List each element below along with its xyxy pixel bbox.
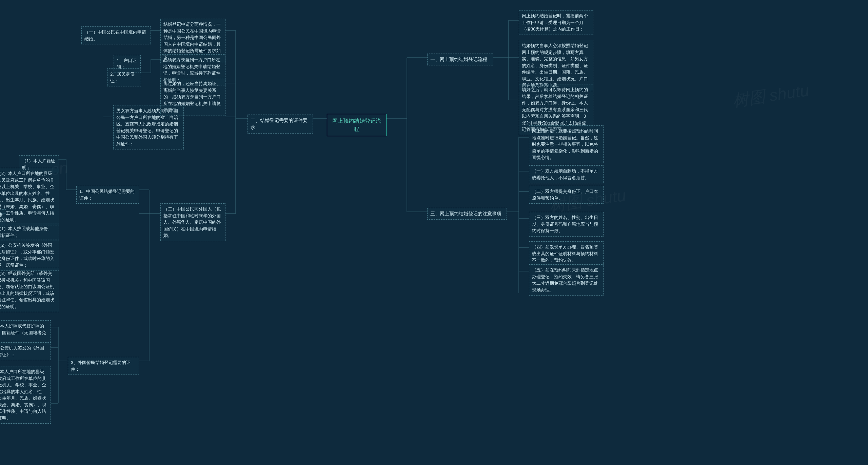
b2-sec2-title: （二）中国公民同外国人（包括常驻中国和临时来华的外国人、外籍华人、定居中国的外国… (160, 203, 225, 241)
b3-c4: （四）如发现单方办理、冒名顶替或出具的证件证明材料与预约材料不一致的，预约失效。 (529, 241, 604, 266)
b2-sec1-title: （一）中国公民在中国境内申请结婚。 (81, 26, 151, 44)
b3-c1: （一）双方须亲自到场，不得单方或委托他人，不得冒名顶替。 (529, 165, 604, 183)
branch-1: 一、网上预约结婚登记流程 (427, 54, 493, 65)
b2-fr-c3: （3）经该国外交部（或外交部授权机关）和中国驻该国使、领馆认证的由该国公证机关出… (0, 268, 59, 312)
b2-sec2-intro: 男女双方当事人必须共同到中国公民一方户口所在地的省、自治区、直辖市人民政府指定的… (113, 105, 184, 149)
b2-ov-c1: （1）本人护照或代替护照的身份、国籍证件（无国籍者免交）； (0, 320, 51, 345)
b3-intro: 网上预约后，就要按照预约的时间地点准时进行婚姻登记。当然，这时也要注意一些相关事… (529, 125, 604, 163)
b2-cn-c2: （2）本人户口所在地的县级人民政府或工作所在单位的县级以上机关、学校、事业、企业… (0, 168, 59, 225)
root-node: 网上预约结婚登记流程 (327, 114, 387, 136)
watermark: 树图 shutu (731, 80, 810, 112)
b3-c2: （二）双方须提交身份证、户口本原件和预约单。 (529, 186, 604, 204)
b2-ov-c2: （2）公安机关签发的《外国人居留证》； (0, 342, 51, 360)
b2-cn-label: 1、中国公民结婚登记需要的证件： (76, 186, 139, 204)
branch-2: 二、结婚登记需要的证件要求 (248, 115, 313, 134)
b2-fr-c2: （2）公安机关签发的《外国人居留证》，或外事部门颁发的身份证件，或临时来华的入境… (0, 240, 59, 271)
b3-c3: （三）双方的姓名、性别、出生日期、身份证号码和户籍地应当与预约时保持一致。 (529, 212, 604, 237)
b3-c5: （五）如在预约时间未到指定地点办理登记，预约失效，请另备三张大二寸近期免冠合影照… (529, 264, 604, 296)
b2-ov-c3: （3）本人户口所在地的县级人民政府或工作所在单位的县级以上机关、学校、事业、企业… (0, 366, 51, 424)
b1-c2: 结婚预约当事人必须按照结婚登记网上预约的规定步骤，填写方真实、准确、完整的信息，… (519, 40, 593, 91)
b2-fr-c1: （1）本人护照或其他身份、国籍证件； (0, 223, 59, 241)
branch-3: 三、网上预约结婚登记的注意事项 (427, 208, 507, 220)
b2-ov-label: 3、外国侨民结婚登记需要的证件： (68, 357, 139, 375)
b1-c1: 网上预约结婚登记时，需提前两个工作日申请，受理日期为一个月（按30天计算）之内的… (519, 10, 593, 35)
b2-sec1-c2-label: 2、居民身份证； (107, 68, 141, 86)
